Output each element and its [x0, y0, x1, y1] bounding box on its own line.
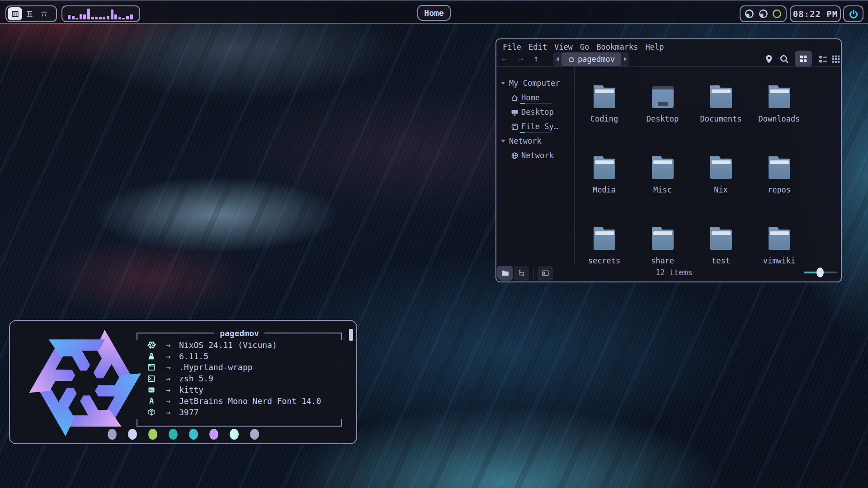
folder-item[interactable]: secrets — [575, 224, 633, 295]
side-pane-icon — [542, 269, 549, 277]
zoom-slider[interactable] — [804, 272, 837, 273]
folder-label: Nix — [714, 185, 728, 194]
workspace-glyph-four — [11, 10, 19, 18]
folder-item[interactable]: share — [633, 224, 692, 295]
visualizer-bar — [68, 15, 71, 19]
filesystem-icon — [511, 123, 519, 131]
sidebar-item-desktop[interactable]: Desktop — [496, 105, 574, 119]
fetch-font-value: JetBrains Mono Nerd Font 14.0 — [179, 396, 321, 406]
folder-label: Coding — [590, 114, 618, 123]
folder-icon — [594, 85, 615, 108]
folder-item[interactable]: Nix — [692, 153, 750, 224]
section-label: Network — [509, 136, 542, 145]
path-scroll-right-button[interactable] — [621, 52, 629, 66]
folder-icon — [710, 227, 732, 250]
fetch-row-wm: → .Hyprland-wrapp — [146, 362, 321, 373]
slider-thumb[interactable] — [816, 267, 824, 277]
thumbnail-view-icon[interactable] — [831, 54, 841, 64]
forward-button[interactable]: → — [518, 53, 523, 63]
workspace-6[interactable] — [37, 7, 51, 20]
folder-item[interactable]: Downloads — [750, 82, 808, 153]
path-label: pagedmov — [578, 55, 615, 64]
folder-item[interactable]: repos — [750, 153, 808, 224]
fetch-row-os: → NixOS 24.11 (Vicuna) — [146, 339, 321, 351]
tree-view-icon — [518, 269, 526, 277]
menu-file[interactable]: File — [503, 42, 521, 52]
palette-swatch — [169, 429, 178, 440]
visualizer-bar — [126, 16, 129, 19]
fetch-hostname: pagedmov — [214, 328, 264, 338]
terminal-color-palette — [10, 429, 356, 440]
folder-icon — [710, 156, 732, 179]
up-button[interactable]: ↑ — [533, 53, 538, 63]
terminal-cursor — [349, 329, 353, 341]
sidebar-item-network[interactable]: Network — [496, 148, 574, 163]
palette-swatch — [230, 429, 239, 440]
compact-view-icon[interactable] — [818, 54, 828, 64]
arrow-icon: → — [157, 408, 179, 417]
icon-body — [769, 88, 790, 108]
fetch-packages-value: 3977 — [179, 408, 198, 417]
palette-swatch — [189, 429, 198, 440]
folder-item[interactable]: Coding — [575, 82, 633, 153]
path-segment-home[interactable]: pagedmov — [561, 52, 621, 66]
visualizer-bar — [118, 17, 121, 19]
gauge-3-icon — [772, 9, 782, 19]
wm-icon — [146, 363, 157, 371]
box-corner — [137, 333, 137, 340]
folder-item[interactable]: Desktop — [633, 82, 692, 153]
arrow-icon: → — [157, 362, 179, 372]
item-count: 12 items — [638, 268, 710, 277]
kernel-icon — [146, 352, 157, 360]
icon-body — [594, 159, 615, 179]
search-icon[interactable] — [779, 54, 789, 64]
grid-view-icon — [799, 55, 807, 63]
folder-item[interactable]: Media — [575, 153, 633, 224]
workspace-4[interactable] — [8, 7, 22, 20]
toolbar: ← → ↑ pagedmov — [496, 52, 841, 68]
fastfetch-terminal: pagedmov → NixOS 24.11 (Vicuna) → 6.11.5… — [9, 320, 357, 444]
box-bottom-border — [137, 426, 342, 427]
menu-go[interactable]: Go — [580, 42, 589, 52]
file-manager-window: File Edit View Go Bookmarks Help ← → ↑ p… — [495, 38, 842, 282]
menu-help[interactable]: Help — [645, 42, 664, 52]
folder-icon — [594, 227, 615, 250]
folder-icon — [501, 269, 509, 277]
sidebar-section-network[interactable]: Network — [496, 134, 574, 148]
visualizer-bars — [68, 8, 133, 19]
folder-item[interactable]: test — [692, 224, 750, 295]
focus-underline — [520, 132, 552, 133]
folder-label: secrets — [588, 256, 621, 265]
toggle-side-pane-button[interactable] — [538, 266, 553, 281]
location-pin-icon[interactable] — [764, 54, 774, 64]
menu-edit[interactable]: Edit — [528, 42, 547, 52]
visualizer-bar — [107, 16, 109, 19]
palette-swatch — [128, 429, 137, 440]
show-places-button[interactable] — [497, 266, 513, 281]
icon-body — [769, 159, 790, 179]
sidebar-item-filesystem[interactable]: File Sy… — [496, 119, 574, 134]
folder-item[interactable]: vimwiki — [750, 224, 808, 295]
arrow-icon: → — [157, 340, 179, 350]
menu-bookmarks[interactable]: Bookmarks — [596, 42, 638, 52]
sidebar-item-label: Home — [521, 93, 540, 102]
fetch-row-terminal: → kitty — [146, 384, 321, 395]
folder-grid: CodingDesktopDocumentsDownloadsMediaMisc… — [575, 82, 808, 295]
icon-view-button[interactable] — [795, 51, 812, 67]
shell-icon — [146, 375, 157, 383]
back-button[interactable]: ← — [502, 53, 507, 63]
path-scroll-left-button[interactable] — [553, 52, 561, 66]
menu-view[interactable]: View — [554, 42, 573, 52]
show-tree-button[interactable] — [514, 266, 529, 281]
fetch-os-value: NixOS 24.11 (Vicuna) — [179, 340, 277, 350]
arrow-icon: → — [157, 396, 179, 406]
sidebar-section-my-computer[interactable]: My Computer — [496, 76, 574, 90]
folder-item[interactable]: Documents — [692, 82, 750, 153]
workspace-5[interactable] — [22, 7, 37, 20]
folder-item[interactable]: Misc — [633, 153, 692, 224]
arrow-icon: → — [157, 374, 179, 383]
fetch-row-packages: → 3977 — [146, 407, 321, 418]
power-button[interactable] — [843, 5, 863, 22]
sidebar-item-home[interactable]: Home — [496, 90, 574, 105]
gauge-1-icon — [744, 9, 755, 19]
